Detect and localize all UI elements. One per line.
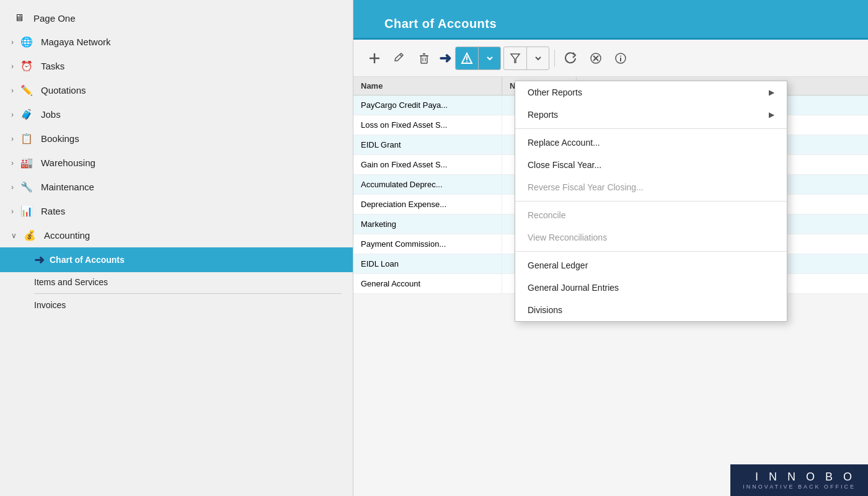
sidebar-item-label: Tasks	[41, 61, 64, 71]
row-name: PayCargo Credit Paya...	[353, 95, 502, 115]
sidebar: 🖥 Page One › 🌐 Magaya Network › ⏰ Tasks …	[0, 0, 353, 496]
row-name: Accumulated Deprec...	[353, 175, 502, 194]
sub-item-label: Invoices	[34, 300, 66, 310]
tab-header: Chart of Accounts	[353, 0, 868, 37]
menu-item-label: Replace Account...	[528, 138, 600, 148]
page-one-icon: 🖥	[11, 12, 27, 24]
sidebar-divider	[34, 293, 342, 294]
row-name: EIDL Loan	[353, 254, 502, 273]
filter-button-group	[503, 46, 549, 70]
context-menu-separator	[515, 201, 787, 202]
toolbar-arrow-annotation: ➜	[439, 50, 451, 67]
context-menu-item-replace-account[interactable]: Replace Account...	[515, 131, 787, 154]
tab-label: Chart of Accounts	[384, 17, 497, 30]
sidebar-item-quotations[interactable]: › ✏️ Quotations	[0, 78, 353, 102]
context-menu-item-divisions[interactable]: Divisions	[515, 299, 787, 321]
sidebar-item-rates[interactable]: › 📊 Rates	[0, 199, 353, 223]
submenu-arrow-icon: ▶	[769, 88, 774, 97]
chevron-down-icon: ∨	[11, 231, 17, 240]
context-menu-item-reconcile: Reconcile	[515, 204, 787, 226]
menu-item-label: Reverse Fiscal Year Closing...	[528, 182, 644, 192]
sidebar-item-label: Rates	[41, 206, 65, 216]
row-name: Marketing	[353, 215, 502, 234]
submenu-arrow-icon: ▶	[769, 110, 774, 119]
context-menu-item-reports[interactable]: Reports ▶	[515, 104, 787, 126]
context-menu-item-other-reports[interactable]: Other Reports ▶	[515, 81, 787, 104]
tasks-icon: ⏰	[19, 60, 35, 72]
menu-item-label: Close Fiscal Year...	[528, 160, 601, 170]
info-button[interactable]	[609, 47, 632, 69]
delete-button[interactable]	[413, 47, 435, 69]
watermark-subtitle: INNOVATIVE BACK OFFICE	[743, 484, 856, 490]
chevron-icon: ›	[11, 110, 14, 119]
row-name: EIDL Grant	[353, 135, 502, 154]
context-menu: Other Reports ▶ Reports ▶ Replace Accoun…	[515, 81, 787, 322]
svg-line-2	[400, 55, 402, 56]
context-menu-item-reverse-fiscal-year: Reverse Fiscal Year Closing...	[515, 176, 787, 198]
sidebar-item-label: Bookings	[41, 133, 79, 144]
row-name: Depreciation Expense...	[353, 195, 502, 214]
accounting-icon: 💰	[22, 229, 38, 241]
sidebar-sub-item-items-and-services[interactable]: Items and Services	[0, 272, 353, 292]
sidebar-item-tasks[interactable]: › ⏰ Tasks	[0, 54, 353, 78]
cancel-icon	[590, 52, 602, 64]
row-name: General Account	[353, 274, 502, 293]
sidebar-item-accounting[interactable]: ∨ 💰 Accounting	[0, 223, 353, 247]
menu-item-label: Other Reports	[528, 87, 582, 97]
svg-marker-11	[511, 54, 520, 63]
sidebar-item-label: Jobs	[41, 109, 61, 120]
magaya-network-icon: 🌐	[19, 36, 35, 48]
bookings-icon: 📋	[19, 133, 35, 144]
add-button[interactable]	[363, 47, 386, 69]
sidebar-item-maintenance[interactable]: › 🔧 Maintenance	[0, 175, 353, 199]
tab-chart-of-accounts[interactable]: Chart of Accounts	[366, 11, 515, 37]
reports-button[interactable]	[456, 47, 478, 69]
maintenance-icon: 🔧	[19, 181, 35, 193]
svg-point-10	[466, 61, 467, 62]
sidebar-item-magaya-network[interactable]: › 🌐 Magaya Network	[0, 30, 353, 54]
sidebar-sub-item-chart-of-accounts[interactable]: ➜ Chart of Accounts	[0, 247, 353, 272]
toolbar: ➜	[353, 40, 868, 77]
jobs-icon: 🧳	[19, 108, 35, 120]
sub-item-label: Chart of Accounts	[50, 255, 125, 265]
filter-dropdown-button[interactable]	[526, 47, 549, 69]
menu-item-label: Reconcile	[528, 210, 565, 220]
sidebar-item-label: Quotations	[41, 85, 86, 95]
svg-rect-3	[421, 56, 427, 63]
refresh-button[interactable]	[560, 47, 582, 69]
sidebar-item-label: Maintenance	[41, 182, 94, 192]
filter-button[interactable]	[504, 47, 526, 69]
filter-icon	[510, 53, 521, 64]
reports-icon	[460, 51, 474, 65]
cancel-button[interactable]	[585, 47, 607, 69]
warehousing-icon: 🏭	[19, 157, 35, 169]
sidebar-item-label: Accounting	[44, 230, 90, 241]
row-name: Loss on Fixed Asset S...	[353, 115, 502, 135]
menu-item-label: Reports	[528, 110, 558, 120]
sidebar-item-warehousing[interactable]: › 🏭 Warehousing	[0, 151, 353, 175]
reports-dropdown-button[interactable]	[478, 47, 500, 69]
sidebar-item-page-one[interactable]: 🖥 Page One	[0, 6, 353, 30]
sidebar-item-label: Page One	[33, 13, 76, 24]
innobo-watermark: I N N O B O INNOVATIVE BACK OFFICE	[730, 464, 868, 496]
menu-item-label: General Journal Entries	[528, 283, 619, 293]
main-content: Chart of Accounts ➜	[353, 0, 868, 496]
sidebar-sub-item-invoices[interactable]: Invoices	[0, 295, 353, 315]
col-header-name: Name	[353, 77, 502, 95]
info-icon	[614, 52, 627, 64]
menu-item-label: General Ledger	[528, 260, 588, 270]
chevron-down-icon	[486, 55, 494, 62]
arrow-annotation: ➜	[34, 252, 45, 267]
context-menu-separator	[515, 251, 787, 252]
context-menu-item-general-ledger[interactable]: General Ledger	[515, 254, 787, 277]
sidebar-item-label: Magaya Network	[41, 37, 111, 47]
chevron-icon: ›	[11, 207, 14, 216]
sidebar-item-jobs[interactable]: › 🧳 Jobs	[0, 102, 353, 126]
context-menu-item-general-journal-entries[interactable]: General Journal Entries	[515, 277, 787, 299]
context-menu-item-close-fiscal-year[interactable]: Close Fiscal Year...	[515, 154, 787, 176]
sidebar-item-bookings[interactable]: › 📋 Bookings	[0, 126, 353, 151]
edit-button[interactable]	[388, 47, 410, 69]
chevron-icon: ›	[11, 86, 14, 95]
pencil-icon	[393, 52, 405, 64]
context-menu-separator	[515, 128, 787, 129]
